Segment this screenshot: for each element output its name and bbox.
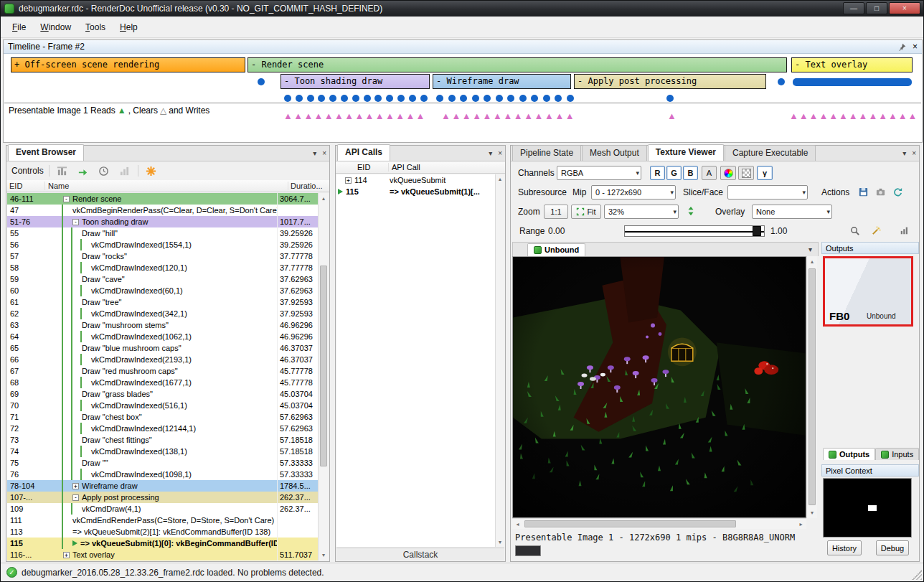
event-row[interactable]: 64vkCmdDrawIndexed(1062,1)46.96296	[7, 331, 318, 342]
draw-event-dot[interactable]	[352, 95, 359, 102]
minimize-button[interactable]: —	[843, 2, 864, 14]
usage-triangle[interactable]: ▲	[809, 111, 819, 121]
close-icon[interactable]: ×	[322, 149, 326, 157]
event-row[interactable]: 72vkCmdDrawIndexed(12144,1)57.62963	[7, 423, 318, 434]
draw-event-dot[interactable]	[519, 95, 527, 102]
event-row[interactable]: 74vkCmdDrawIndexed(138,1)57.18518	[7, 446, 318, 457]
expander-icon[interactable]: +	[345, 177, 352, 184]
draw-event-dot[interactable]	[496, 95, 503, 102]
event-row[interactable]: 58vkCmdDrawIndexed(120,1)37.77778	[7, 262, 318, 273]
texture-viewport[interactable]	[512, 256, 806, 518]
usage-triangle[interactable]: ▲	[493, 111, 502, 121]
event-row[interactable]: 66vkCmdDrawIndexed(2193,1)46.37037	[7, 354, 318, 365]
usage-triangle[interactable]: ▲	[819, 111, 828, 121]
usage-triangle[interactable]: ▲	[849, 111, 858, 121]
expander-icon[interactable]: +	[72, 483, 79, 489]
event-row[interactable]: 78-104+Wireframe draw1784.5...	[7, 480, 318, 492]
expander-icon[interactable]: -	[63, 196, 70, 202]
event-row[interactable]: 47vkCmdBeginRenderPass(C=Clear, D=Clear,…	[7, 205, 318, 216]
event-row[interactable]: 56vkCmdDrawIndexed(1554,1)39.25926	[7, 239, 318, 250]
draw-event-dot[interactable]	[555, 95, 562, 102]
tab-capture-executable[interactable]: Capture Executable	[725, 145, 816, 161]
draw-event-dot[interactable]	[436, 95, 443, 102]
draw-event-dot[interactable]	[284, 95, 291, 102]
titlebar[interactable]: debugmarker.rdc - RenderDoc Unofficial r…	[1, 1, 923, 17]
range-handle[interactable]	[753, 226, 761, 236]
tab-pipeline-state[interactable]: Pipeline State	[512, 145, 581, 161]
usage-triangle[interactable]: ▲	[888, 111, 897, 121]
event-row[interactable]: 55Draw "hill"39.25926	[7, 227, 318, 239]
usage-triangle[interactable]: ▲	[451, 111, 461, 121]
draw-event-dot[interactable]	[567, 95, 574, 102]
mip-select[interactable]: 0 - 1272x690▾	[591, 185, 676, 200]
usage-triangle[interactable]: ▲	[534, 111, 544, 121]
event-row[interactable]: 65Draw "blue mushroom caps"46.37037	[7, 342, 318, 354]
usage-triangle[interactable]: ▲	[667, 111, 676, 121]
pin-icon[interactable]	[897, 41, 908, 52]
event-row[interactable]: 71Draw "chest box"57.62963	[7, 411, 318, 423]
usage-triangle[interactable]: ▲	[839, 111, 848, 121]
slice-face-select[interactable]: ▾	[727, 185, 808, 200]
event-row[interactable]: 107-...-Apply post processing262.37...	[7, 492, 318, 503]
expander-icon[interactable]: +	[63, 552, 70, 558]
draw-event-dot[interactable]	[296, 95, 303, 102]
zoom-1to1-button[interactable]: 1:1	[544, 205, 568, 219]
usage-triangle[interactable]: ▲	[303, 111, 313, 121]
close-icon[interactable]: ×	[913, 42, 918, 52]
fit-button[interactable]: Fit	[571, 205, 601, 219]
scroll-thumb[interactable]	[524, 520, 736, 527]
timeline-marker-bar[interactable]: + Off-screen scene rendering	[11, 57, 245, 72]
draw-event-dot[interactable]	[258, 78, 265, 85]
draw-event-dot[interactable]	[409, 95, 416, 102]
timeline-marker-bar[interactable]: - Toon shading draw	[280, 74, 430, 89]
chevron-down-icon[interactable]: ▾	[489, 149, 492, 157]
scroll-left-icon[interactable]: ◂	[512, 519, 523, 529]
usage-triangle[interactable]: ▲	[441, 111, 451, 121]
wand-icon[interactable]	[868, 223, 884, 238]
debug-button[interactable]: Debug	[876, 540, 909, 555]
texture-image[interactable]	[513, 257, 806, 517]
expander-icon[interactable]: -	[72, 494, 79, 501]
usage-triangle[interactable]: ▲	[344, 111, 354, 121]
menu-item[interactable]: Help	[113, 19, 145, 35]
usage-triangle[interactable]: ▲	[514, 111, 523, 121]
screenshot-icon[interactable]	[872, 184, 888, 199]
event-row[interactable]: 46-111-Render scene3064.7...	[7, 193, 318, 205]
usage-triangle[interactable]: ▲	[293, 111, 303, 121]
scroll-up-icon[interactable]: ▴	[807, 256, 817, 267]
event-row[interactable]: 59Draw "cave"37.62963	[7, 273, 318, 285]
scroll-thumb[interactable]	[808, 268, 816, 505]
draw-event-dot[interactable]	[531, 95, 538, 102]
usage-triangle[interactable]: ▲	[544, 111, 554, 121]
tab-texture-viewer[interactable]: Texture Viewer	[648, 144, 724, 161]
usage-triangle[interactable]: ▲	[365, 111, 374, 121]
texture-hscrollbar[interactable]: ◂ ▸	[512, 518, 806, 529]
event-row[interactable]: 115=> vkQueueSubmit(1)[0]: vkBeginComman…	[7, 538, 318, 549]
event-row[interactable]: 69Draw "grass blades"45.03704	[7, 388, 318, 400]
timeline-marker-bar[interactable]: - Text overlay	[791, 57, 913, 72]
gamma-toggle[interactable]: γ	[757, 166, 773, 180]
usage-triangle[interactable]: ▲	[416, 111, 425, 121]
callstack-section[interactable]: Callstack	[336, 548, 504, 560]
usage-triangle[interactable]: ▲	[524, 111, 533, 121]
event-row[interactable]: 60vkCmdDrawIndexed(60,1)37.62963	[7, 285, 318, 296]
column-eid[interactable]: EID	[6, 182, 45, 190]
menu-item[interactable]: Tools	[78, 19, 113, 35]
overlay-select[interactable]: None▾	[752, 205, 832, 219]
timeline-marker-bar[interactable]: - Apply post processing	[574, 74, 766, 89]
controls-button[interactable]: Controls	[11, 166, 44, 176]
usage-triangle[interactable]: ▲	[462, 111, 471, 121]
event-row[interactable]: 68vkCmdDrawIndexed(1677,1)45.77778	[7, 377, 318, 388]
event-row[interactable]: 62vkCmdDrawIndexed(342,1)37.92593	[7, 308, 318, 319]
usage-triangle[interactable]: ▲	[868, 111, 877, 121]
close-icon[interactable]: ×	[912, 149, 916, 157]
api-call-row[interactable]: 115=> vkQueueSubmit(1)[...	[336, 186, 495, 197]
usage-triangle[interactable]: ▲	[859, 111, 868, 121]
channels-select[interactable]: RGBA▾	[557, 166, 641, 180]
draw-event-dot[interactable]	[543, 95, 550, 102]
scroll-thumb[interactable]	[320, 266, 327, 466]
maximize-button[interactable]: □	[866, 2, 887, 14]
tab-mesh-output[interactable]: Mesh Output	[582, 145, 647, 161]
column-eid[interactable]: EID	[336, 163, 389, 172]
tab-event-browser[interactable]: Event Browser	[8, 144, 84, 161]
